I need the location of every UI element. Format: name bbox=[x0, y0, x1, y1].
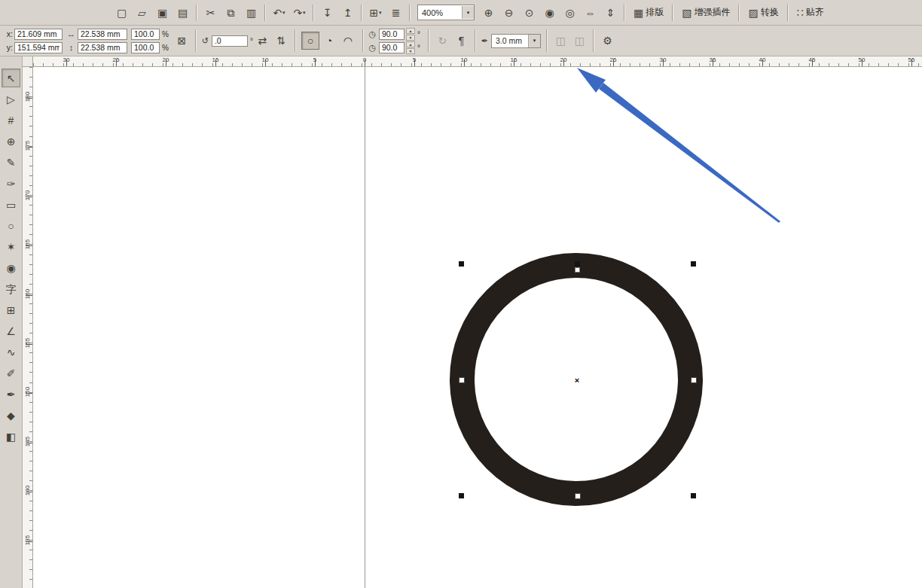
arc-mode-button[interactable]: ◠ bbox=[339, 32, 357, 50]
object-size-group: ↔ ↕ bbox=[66, 29, 127, 53]
welcome-screen-button[interactable]: ≣ bbox=[386, 3, 405, 23]
ruler-label: 30 bbox=[63, 56, 70, 63]
selection-handle[interactable] bbox=[459, 261, 464, 267]
dimension-tool[interactable]: ∠ bbox=[2, 321, 20, 340]
plugins-button[interactable]: ▧增强插件 bbox=[677, 3, 734, 23]
zoom-tool[interactable]: ⊕ bbox=[2, 132, 20, 151]
zoom-to-page-button[interactable]: ◎ bbox=[560, 3, 579, 23]
to-back-button[interactable]: ◫ bbox=[571, 32, 588, 50]
vertical-ruler[interactable]: 180175170165160155150145140135 bbox=[23, 67, 33, 588]
export-button[interactable]: ↥ bbox=[338, 3, 357, 23]
zoom-to-width-button[interactable]: ⇔ bbox=[581, 3, 600, 23]
to-front-button[interactable]: ◫ bbox=[552, 32, 569, 50]
x-position-label: x: bbox=[5, 29, 13, 38]
convert-button[interactable]: ▨转换 bbox=[743, 3, 783, 23]
zoom-to-height-button[interactable]: ⇕ bbox=[601, 3, 620, 23]
outline-width-combo[interactable]: 3.0 mm ▾ bbox=[491, 34, 541, 48]
zoom-out-button[interactable]: ⊖ bbox=[499, 3, 518, 23]
spin-down-icon[interactable]: ▼ bbox=[406, 48, 415, 54]
zoom-one-to-one-button[interactable]: ⊙ bbox=[520, 3, 539, 23]
arc-start-angle-input[interactable] bbox=[379, 29, 405, 40]
scale-group: % % bbox=[131, 29, 169, 53]
ellipse-node[interactable] bbox=[575, 267, 580, 273]
spiral-tool[interactable]: ◉ bbox=[2, 258, 20, 277]
selection-handle[interactable] bbox=[691, 377, 697, 383]
import-button[interactable]: ↧ bbox=[318, 3, 337, 23]
selection-handle[interactable] bbox=[575, 493, 581, 499]
zoom-page-icon: ◎ bbox=[565, 8, 574, 18]
spin-up-icon[interactable]: ▲ bbox=[406, 41, 415, 47]
zoom-in-button[interactable]: ⊕ bbox=[479, 3, 498, 23]
spin-down-icon[interactable]: ▼ bbox=[406, 35, 415, 41]
eyedropper-tool[interactable]: ✐ bbox=[2, 364, 20, 382]
mirror-horizontal-button[interactable]: ⇄ bbox=[254, 32, 271, 50]
layout-button[interactable]: ▦排版 bbox=[629, 3, 668, 23]
selection-handle[interactable] bbox=[459, 377, 465, 383]
selection-handle[interactable] bbox=[575, 261, 580, 267]
selection-handle[interactable] bbox=[459, 493, 464, 498]
ruler-label: 5 bbox=[413, 56, 416, 63]
ruler-label: 0 bbox=[363, 56, 366, 63]
fill-tool[interactable]: ◆ bbox=[2, 406, 20, 425]
pie-mode-button[interactable]: ◔ bbox=[320, 32, 338, 50]
connector-tool[interactable]: ∿ bbox=[2, 343, 20, 361]
object-width-input[interactable] bbox=[78, 29, 127, 40]
selection-handle[interactable] bbox=[691, 261, 696, 267]
drawing-canvas[interactable]: × bbox=[33, 67, 922, 588]
paste-button[interactable]: ▥ bbox=[242, 3, 261, 23]
ellipse-mode-button[interactable]: ○ bbox=[301, 32, 319, 50]
undo-button[interactable]: ↶▾ bbox=[270, 3, 289, 23]
zoom-level-combo[interactable]: 400%▾ bbox=[417, 5, 475, 20]
new-document-button[interactable]: ▢ bbox=[112, 3, 131, 23]
separator bbox=[672, 5, 673, 21]
selection-handle[interactable] bbox=[691, 493, 696, 498]
separator bbox=[361, 5, 362, 21]
redo-icon: ↷ bbox=[293, 8, 302, 18]
lock-ratio-button[interactable]: ⊠ bbox=[173, 29, 191, 53]
dropdown-arrow-icon[interactable]: ▾ bbox=[528, 35, 540, 47]
crop-tool[interactable]: # bbox=[2, 111, 20, 129]
snap-button[interactable]: ∷贴齐 bbox=[792, 3, 829, 23]
artistic-media-tool[interactable]: ✑ bbox=[2, 174, 20, 193]
cut-button[interactable]: ✂ bbox=[201, 3, 220, 23]
connector-tool-icon: ∿ bbox=[7, 347, 16, 358]
text-tool[interactable]: 字 bbox=[2, 279, 20, 298]
dropdown-arrow-icon[interactable]: ▾ bbox=[282, 10, 285, 16]
outline-pen-tool[interactable]: ✒ bbox=[2, 385, 20, 404]
plugins-button-label: 增强插件 bbox=[694, 6, 730, 19]
copy-button[interactable]: ⧉ bbox=[221, 3, 240, 23]
application-launcher-button[interactable]: ⊞▾ bbox=[366, 3, 385, 23]
ruler-label: 10 bbox=[262, 56, 269, 63]
arc-direction-button[interactable]: ↻ bbox=[434, 32, 451, 50]
dropdown-arrow-icon[interactable]: ▾ bbox=[303, 10, 306, 16]
scale-h-input[interactable] bbox=[131, 29, 160, 40]
settings-button[interactable]: ⚙ bbox=[599, 32, 616, 50]
print-icon: ▤ bbox=[178, 8, 188, 18]
dropdown-arrow-icon[interactable]: ▾ bbox=[379, 10, 382, 16]
open-button[interactable]: ▱ bbox=[133, 3, 151, 23]
ellipse-tool[interactable]: ○ bbox=[2, 216, 20, 235]
mirror-vertical-button[interactable]: ⇅ bbox=[273, 32, 290, 50]
zoom-to-selection-button[interactable]: ◉ bbox=[540, 3, 559, 23]
table-tool[interactable]: ⊞ bbox=[2, 300, 20, 319]
object-height-input[interactable] bbox=[78, 42, 127, 53]
freehand-tool[interactable]: ✎ bbox=[2, 153, 20, 172]
spin-up-icon[interactable]: ▲ bbox=[406, 28, 415, 34]
y-position-input[interactable] bbox=[14, 42, 63, 53]
rotation-angle-input[interactable] bbox=[212, 35, 248, 47]
rectangle-tool[interactable]: ▭ bbox=[2, 195, 20, 214]
shape-tool[interactable]: ▷ bbox=[2, 90, 20, 108]
polygon-tool[interactable]: ✶ bbox=[2, 237, 20, 256]
redo-button[interactable]: ↷▾ bbox=[290, 3, 309, 23]
fill-tool-icon: ◆ bbox=[7, 410, 15, 421]
print-button[interactable]: ▤ bbox=[173, 3, 192, 23]
arc-end-angle-input[interactable] bbox=[379, 42, 405, 53]
save-button[interactable]: ▣ bbox=[153, 3, 172, 23]
dropdown-arrow-icon[interactable]: ▾ bbox=[462, 6, 474, 19]
x-position-input[interactable] bbox=[14, 29, 63, 40]
interactive-fill-tool[interactable]: ◧ bbox=[2, 427, 20, 446]
horizontal-ruler[interactable]: 302520151050510152025303540455055 bbox=[33, 56, 922, 67]
pick-tool[interactable]: ↖ bbox=[2, 69, 20, 87]
wrap-text-button[interactable]: ¶ bbox=[453, 32, 470, 50]
scale-v-input[interactable] bbox=[131, 42, 160, 53]
